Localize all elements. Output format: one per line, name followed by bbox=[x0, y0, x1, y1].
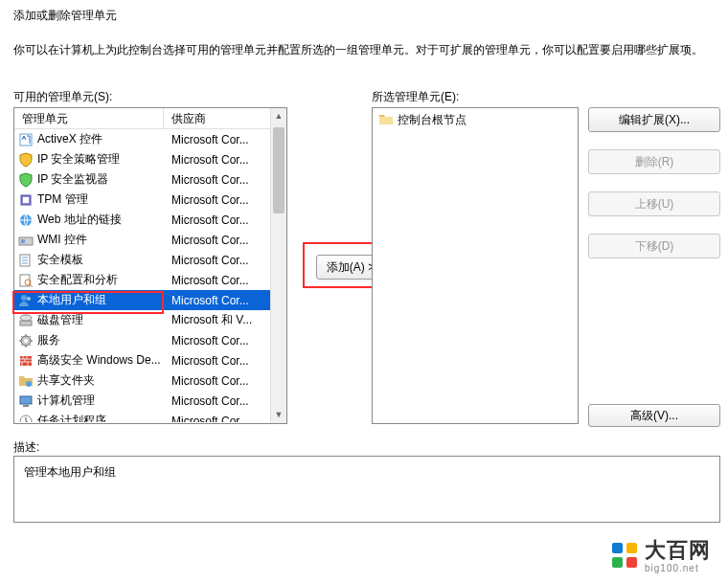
svg-point-10 bbox=[27, 297, 31, 301]
item-name: IP 安全监视器 bbox=[37, 171, 166, 188]
item-vendor: Microsoft Cor... bbox=[166, 415, 286, 423]
right-button-column: 编辑扩展(X)... 删除(R) 上移(U) 下移(D) bbox=[588, 107, 720, 276]
available-snapins-list[interactable]: 管理单元 供应商 ActiveX 控件Microsoft Cor...IP 安全… bbox=[13, 107, 287, 424]
chip-icon bbox=[18, 192, 34, 208]
list-item[interactable]: 本地用户和组Microsoft Cor... bbox=[14, 290, 286, 310]
item-vendor: Microsoft Cor... bbox=[166, 394, 286, 408]
available-list-header: 管理单元 供应商 bbox=[14, 108, 286, 129]
clock-icon bbox=[18, 414, 34, 423]
item-vendor: Microsoft Cor... bbox=[166, 274, 286, 287]
edit-extensions-button[interactable]: 编辑扩展(X)... bbox=[588, 107, 720, 132]
scrollbar[interactable]: ▲ ▼ bbox=[270, 108, 286, 423]
svg-rect-2 bbox=[23, 197, 29, 203]
folder-icon bbox=[378, 112, 394, 127]
description-text: 管理本地用户和组 bbox=[24, 465, 116, 479]
item-name: ActiveX 控件 bbox=[37, 131, 166, 147]
analyze-icon bbox=[18, 273, 34, 288]
item-vendor: Microsoft Cor... bbox=[166, 354, 286, 368]
scroll-up-arrow[interactable]: ▲ bbox=[271, 108, 286, 124]
watermark: 大百网 big100.net bbox=[612, 536, 711, 573]
move-up-button: 上移(U) bbox=[588, 191, 720, 216]
svg-point-9 bbox=[21, 295, 27, 301]
list-item[interactable]: 磁盘管理Microsoft 和 V... bbox=[14, 310, 286, 330]
item-vendor: Microsoft Cor... bbox=[166, 173, 286, 187]
label-description: 描述: bbox=[13, 439, 39, 456]
item-vendor: Microsoft Cor... bbox=[166, 294, 286, 307]
scroll-down-arrow[interactable]: ▼ bbox=[271, 407, 286, 423]
item-vendor: Microsoft Cor... bbox=[166, 153, 286, 167]
shield-yellow-icon bbox=[18, 152, 34, 168]
item-vendor: Microsoft Cor... bbox=[166, 254, 286, 267]
list-item[interactable]: IP 安全监视器Microsoft Cor... bbox=[14, 169, 286, 190]
list-item[interactable]: ActiveX 控件Microsoft Cor... bbox=[14, 129, 286, 149]
tree-root-node[interactable]: 控制台根节点 bbox=[375, 110, 576, 129]
label-available-snapins: 可用的管理单元(S): bbox=[13, 89, 112, 105]
shield-green-icon bbox=[18, 172, 34, 188]
watermark-logo-icon bbox=[612, 543, 637, 568]
header-name[interactable]: 管理单元 bbox=[14, 108, 164, 128]
svg-rect-11 bbox=[20, 321, 32, 325]
remove-button: 删除(R) bbox=[588, 149, 720, 174]
watermark-brand: 大百网 bbox=[645, 536, 711, 565]
list-item[interactable]: 高级安全 Windows De...Microsoft Cor... bbox=[14, 350, 286, 370]
users-icon bbox=[18, 293, 34, 308]
firewall-icon bbox=[18, 353, 34, 369]
gear-icon bbox=[18, 333, 34, 348]
item-name: 计算机管理 bbox=[37, 392, 166, 409]
dialog-instruction: 你可以在计算机上为此控制台选择可用的管理单元并配置所选的一组管理单元。对于可扩展… bbox=[13, 42, 703, 58]
item-vendor: Microsoft Cor... bbox=[166, 133, 286, 146]
list-item[interactable]: TPM 管理Microsoft Cor... bbox=[14, 190, 286, 210]
item-name: 服务 bbox=[37, 332, 166, 348]
svg-point-14 bbox=[24, 339, 28, 343]
item-name: 磁盘管理 bbox=[37, 312, 166, 328]
folder-share-icon bbox=[18, 373, 34, 389]
svg-point-12 bbox=[20, 315, 32, 321]
label-selected-snapins: 所选管理单元(E): bbox=[372, 89, 459, 105]
item-name: 安全模板 bbox=[37, 252, 166, 268]
item-name: WMI 控件 bbox=[37, 232, 166, 248]
svg-rect-5 bbox=[21, 239, 25, 243]
item-vendor: Microsoft Cor... bbox=[166, 334, 286, 348]
list-item[interactable]: 任务计划程序Microsoft Cor... bbox=[14, 411, 286, 422]
item-name: Web 地址的链接 bbox=[37, 212, 166, 228]
list-item[interactable]: 共享文件夹Microsoft Cor... bbox=[14, 370, 286, 391]
item-vendor: Microsoft Cor... bbox=[166, 193, 286, 207]
template-icon bbox=[18, 253, 34, 268]
wmi-icon bbox=[18, 233, 34, 248]
header-vendor[interactable]: 供应商 bbox=[164, 108, 286, 128]
move-down-button: 下移(D) bbox=[588, 234, 720, 258]
item-name: TPM 管理 bbox=[37, 191, 166, 208]
item-name: 任务计划程序 bbox=[37, 413, 166, 422]
selected-snapins-tree[interactable]: 控制台根节点 bbox=[372, 107, 579, 424]
item-name: 高级安全 Windows De... bbox=[37, 352, 166, 369]
disk-icon bbox=[18, 313, 34, 328]
description-box: 管理本地用户和组 bbox=[13, 456, 720, 523]
svg-point-16 bbox=[26, 381, 32, 387]
advanced-button[interactable]: 高级(V)... bbox=[588, 404, 720, 427]
dialog-title: 添加或删除管理单元 bbox=[13, 8, 117, 24]
svg-rect-7 bbox=[20, 275, 30, 286]
item-vendor: Microsoft Cor... bbox=[166, 234, 286, 247]
svg-rect-18 bbox=[23, 405, 29, 407]
svg-rect-17 bbox=[20, 396, 32, 404]
item-name: 共享文件夹 bbox=[37, 372, 166, 389]
list-item[interactable]: 服务Microsoft Cor... bbox=[14, 330, 286, 350]
list-item[interactable]: 安全配置和分析Microsoft Cor... bbox=[14, 270, 286, 290]
item-vendor: Microsoft 和 V... bbox=[166, 312, 286, 328]
activex-icon bbox=[18, 132, 34, 147]
list-item[interactable]: 计算机管理Microsoft Cor... bbox=[14, 391, 286, 411]
item-vendor: Microsoft Cor... bbox=[166, 374, 286, 388]
item-vendor: Microsoft Cor... bbox=[166, 213, 286, 227]
list-item[interactable]: IP 安全策略管理Microsoft Cor... bbox=[14, 149, 286, 169]
list-item[interactable]: 安全模板Microsoft Cor... bbox=[14, 250, 286, 270]
link-icon bbox=[18, 213, 34, 228]
scroll-thumb[interactable] bbox=[273, 127, 284, 213]
list-item[interactable]: WMI 控件Microsoft Cor... bbox=[14, 230, 286, 250]
item-name: 本地用户和组 bbox=[37, 292, 166, 308]
item-name: 安全配置和分析 bbox=[37, 272, 166, 288]
computer-icon bbox=[18, 393, 34, 409]
item-name: IP 安全策略管理 bbox=[37, 151, 166, 168]
list-item[interactable]: Web 地址的链接Microsoft Cor... bbox=[14, 210, 286, 230]
tree-root-label: 控制台根节点 bbox=[398, 112, 466, 128]
